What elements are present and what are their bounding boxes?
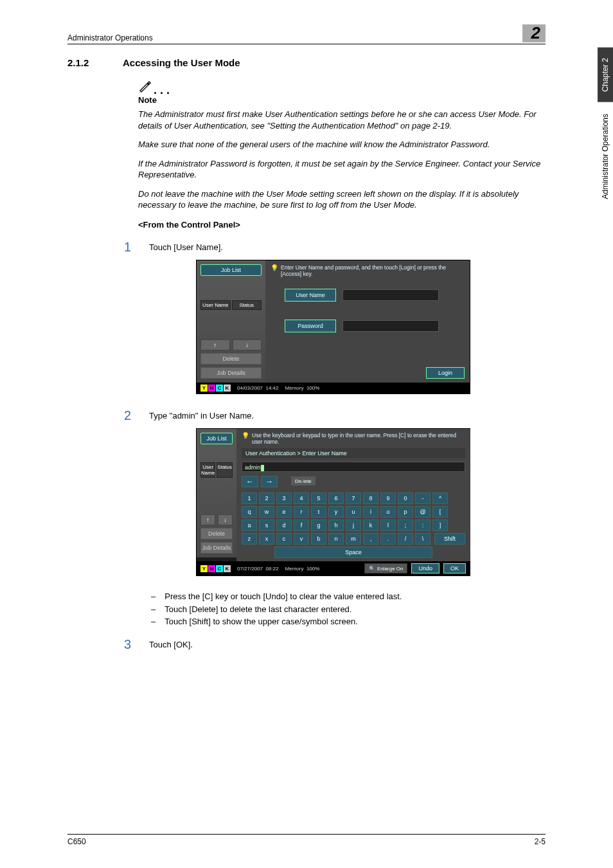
note-icon bbox=[138, 80, 151, 93]
keyboard-key[interactable]: . bbox=[380, 533, 396, 545]
keyboard-key[interactable]: y bbox=[328, 506, 344, 518]
keyboard-key[interactable]: l bbox=[380, 520, 396, 531]
delete-button[interactable]: Delete bbox=[200, 528, 233, 539]
keyboard-row-1: 1234567890-^ bbox=[242, 493, 465, 504]
keyboard-key[interactable]: : bbox=[415, 520, 431, 531]
keyboard-key[interactable]: - bbox=[415, 493, 431, 504]
keyboard-key[interactable]: @ bbox=[415, 506, 431, 518]
procedure-subhead: <From the Control Panel> bbox=[138, 220, 546, 230]
keyboard-key[interactable]: 6 bbox=[328, 493, 344, 504]
job-list-button[interactable]: Job List bbox=[200, 433, 233, 444]
keyboard-screenshot: Job List User NameStatus ↑ ↓ Delete Job … bbox=[196, 428, 470, 576]
hint-text: 💡 Use the keyboard or keypad to type in … bbox=[242, 432, 465, 445]
magnifier-icon: 🔍 bbox=[369, 566, 375, 572]
username-button[interactable]: User Name bbox=[285, 289, 336, 302]
password-button[interactable]: Password bbox=[285, 320, 336, 332]
note-dots: . . . bbox=[154, 87, 170, 93]
enlarge-button[interactable]: 🔍Enlarge On bbox=[364, 563, 407, 574]
toner-indicator: YMCK bbox=[200, 565, 231, 572]
up-arrow-button[interactable]: ↑ bbox=[200, 339, 230, 350]
cursor-left-key[interactable]: ← bbox=[242, 476, 258, 487]
running-header: Administrator Operations bbox=[67, 33, 153, 42]
keyboard-key[interactable]: 9 bbox=[380, 493, 396, 504]
hint-bulb-icon: 💡 bbox=[242, 432, 249, 445]
keyboard-key[interactable]: 1 bbox=[242, 493, 257, 504]
tip-line: Press the [C] key or touch [Undo] to cle… bbox=[151, 590, 546, 603]
shift-key[interactable]: Shift bbox=[434, 533, 465, 545]
footer-date: 04/03/2007 14:42 bbox=[237, 385, 279, 391]
step-number: 3 bbox=[116, 637, 131, 652]
keyboard-key[interactable]: 3 bbox=[276, 493, 292, 504]
footer-model: C650 bbox=[67, 837, 86, 846]
section-number: 2.1.2 bbox=[67, 57, 98, 68]
step-text: Touch [OK]. bbox=[149, 637, 193, 652]
keyboard-key[interactable]: k bbox=[363, 520, 378, 531]
keyboard-key[interactable]: 8 bbox=[363, 493, 378, 504]
login-screenshot: Job List User NameStatus ↑ ↓ Delete Job … bbox=[196, 260, 470, 394]
keyboard-row-3: asdfghjkl;:] bbox=[242, 520, 465, 531]
tip-line: Touch [Shift] to show the upper case/sym… bbox=[151, 615, 546, 628]
login-button[interactable]: Login bbox=[426, 367, 465, 379]
job-details-button[interactable]: Job Details bbox=[200, 367, 262, 379]
footer-date: 07/27/2007 08:22 bbox=[237, 566, 279, 572]
delete-button[interactable]: Delete bbox=[200, 353, 262, 365]
step-text: Type "admin" in User Name. bbox=[149, 408, 254, 423]
keyboard-key[interactable]: b bbox=[311, 533, 326, 545]
keyboard-key[interactable]: , bbox=[363, 533, 378, 545]
keyboard-key[interactable]: 0 bbox=[398, 493, 413, 504]
keyboard-key[interactable]: e bbox=[276, 506, 292, 518]
keyboard-key[interactable]: 4 bbox=[294, 493, 309, 504]
delete-key[interactable]: De-lete bbox=[290, 476, 316, 486]
keyboard-key[interactable]: h bbox=[328, 520, 344, 531]
keyboard-key[interactable]: ] bbox=[432, 520, 448, 531]
keyboard-key[interactable]: f bbox=[294, 520, 309, 531]
hint-bulb-icon: 💡 bbox=[271, 264, 278, 277]
keyboard-key[interactable]: ^ bbox=[432, 493, 448, 504]
undo-button[interactable]: Undo bbox=[411, 563, 440, 574]
keyboard-key[interactable]: n bbox=[328, 533, 344, 545]
note-paragraph: If the Administrator Password is forgott… bbox=[138, 158, 546, 181]
keyboard-key[interactable]: o bbox=[380, 506, 396, 518]
keyboard-key[interactable]: c bbox=[276, 533, 292, 545]
keyboard-key[interactable]: 5 bbox=[311, 493, 326, 504]
keyboard-key[interactable]: d bbox=[276, 520, 292, 531]
keyboard-key[interactable]: [ bbox=[432, 506, 448, 518]
keyboard-key[interactable]: g bbox=[311, 520, 326, 531]
keyboard-key[interactable]: / bbox=[398, 533, 413, 545]
keyboard-key[interactable]: i bbox=[363, 506, 378, 518]
job-list-button[interactable]: Job List bbox=[200, 264, 262, 276]
up-arrow-button[interactable]: ↑ bbox=[200, 514, 215, 525]
status-toggle[interactable]: User NameStatus bbox=[200, 300, 262, 310]
footer-page: 2-5 bbox=[535, 837, 546, 846]
keyboard-key[interactable]: t bbox=[311, 506, 326, 518]
down-arrow-button[interactable]: ↓ bbox=[218, 514, 233, 525]
keyboard-key[interactable]: q bbox=[242, 506, 257, 518]
toner-indicator: YMCK bbox=[200, 384, 231, 392]
keyboard-key[interactable]: j bbox=[346, 520, 361, 531]
keyboard-key[interactable]: a bbox=[242, 520, 257, 531]
job-details-button[interactable]: Job Details bbox=[200, 542, 233, 554]
space-key[interactable]: Space bbox=[274, 547, 432, 558]
keyboard-key[interactable]: x bbox=[259, 533, 274, 545]
keyboard-key[interactable]: v bbox=[294, 533, 309, 545]
username-input[interactable] bbox=[342, 289, 439, 301]
step-number: 2 bbox=[116, 408, 131, 423]
keyboard-key[interactable]: w bbox=[259, 506, 274, 518]
keyboard-key[interactable]: m bbox=[346, 533, 361, 545]
keyboard-key[interactable]: ; bbox=[398, 520, 413, 531]
keyboard-key[interactable]: p bbox=[398, 506, 413, 518]
keyboard-key[interactable]: r bbox=[294, 506, 309, 518]
keyboard-key[interactable]: \ bbox=[415, 533, 431, 545]
keyboard-key[interactable]: s bbox=[259, 520, 274, 531]
username-input[interactable]: admin bbox=[242, 462, 465, 472]
status-toggle[interactable]: User NameStatus bbox=[200, 462, 233, 478]
keyboard-key[interactable]: 7 bbox=[346, 493, 361, 504]
cursor-right-key[interactable]: → bbox=[261, 476, 278, 487]
password-input[interactable] bbox=[342, 320, 439, 332]
keyboard-key[interactable]: u bbox=[346, 506, 361, 518]
down-arrow-button[interactable]: ↓ bbox=[233, 339, 262, 350]
side-tab-chapter: Chapter 2 bbox=[598, 48, 613, 102]
keyboard-key[interactable]: 2 bbox=[259, 493, 274, 504]
ok-button[interactable]: OK bbox=[443, 563, 466, 574]
keyboard-key[interactable]: z bbox=[242, 533, 257, 545]
